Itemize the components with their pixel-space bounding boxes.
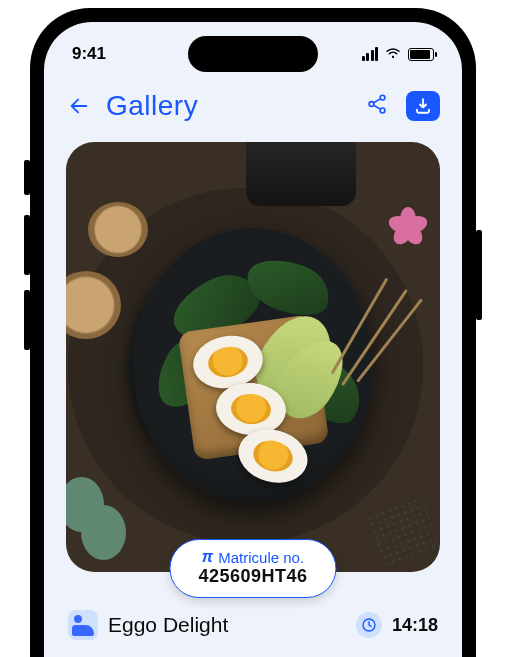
phone-frame: 9:41 Gallery <box>30 8 476 657</box>
svg-point-2 <box>380 108 385 113</box>
download-button[interactable] <box>406 91 440 121</box>
dynamic-island <box>188 36 318 72</box>
status-time: 9:41 <box>72 44 106 64</box>
wifi-icon <box>384 44 402 64</box>
screen: 9:41 Gallery <box>44 22 462 657</box>
time-value: 14:18 <box>392 615 438 636</box>
food-photo <box>66 142 440 572</box>
svg-point-0 <box>380 95 385 100</box>
pi-icon: π <box>202 548 213 566</box>
share-icon[interactable] <box>366 93 388 119</box>
matricule-label: Matricule no. <box>218 549 304 566</box>
matricule-chip[interactable]: π Matricule no. 425609HT46 <box>169 539 336 598</box>
power-button[interactable] <box>476 230 482 320</box>
back-arrow-icon[interactable] <box>66 95 92 117</box>
nav-bar: Gallery <box>44 76 462 132</box>
download-icon <box>414 97 432 115</box>
detail-row: Eggo Delight 14:18 <box>66 610 440 640</box>
dish-name: Eggo Delight <box>108 613 346 637</box>
cellular-icon <box>362 47 379 61</box>
image-icon <box>68 610 98 640</box>
page-title: Gallery <box>106 90 366 122</box>
battery-icon <box>408 48 434 61</box>
clock-icon <box>356 612 382 638</box>
matricule-value: 425609HT46 <box>198 566 307 587</box>
svg-point-1 <box>369 102 374 107</box>
photo-card[interactable]: π Matricule no. 425609HT46 <box>66 142 440 572</box>
